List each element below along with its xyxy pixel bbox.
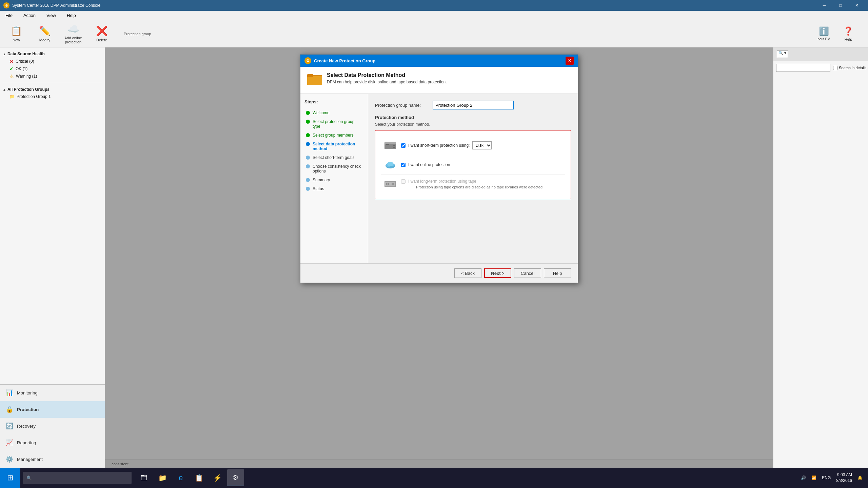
menu-file[interactable]: File (3, 12, 15, 19)
tape-check-label: I want long-term protection using tape (401, 179, 544, 184)
help-button[interactable]: Help (544, 268, 571, 278)
next-button[interactable]: Next > (484, 268, 511, 278)
sidebar-item-ok[interactable]: ✔ OK (1) (3, 65, 102, 73)
menu-bar: File Action View Help (0, 11, 868, 20)
tape-option-container: I want long-term protection using tape P… (401, 179, 544, 189)
search-input[interactable] (776, 64, 830, 72)
toolbar-help-label: Help (845, 37, 852, 41)
ok-label: OK (1) (16, 66, 27, 71)
back-button[interactable]: < Back (454, 268, 481, 278)
taskbar-search-icon: 🔍 (26, 475, 32, 481)
start-button[interactable]: ⊞ (0, 468, 20, 488)
tree-section-groups: ▲ All Protection Groups 📁 Protection Gro… (3, 86, 102, 100)
nav-bottom: 📊 Monitoring 🔒 Protection 🔄 Recovery 📈 R… (0, 384, 105, 468)
taskbar-time: 9:03 AM (836, 472, 852, 478)
step-consistency-check[interactable]: Choose consistency check options (304, 162, 364, 176)
sidebar-tree: ▲ Data Source Health ⊗ Critical (0) ✔ OK… (0, 47, 105, 384)
online-check-label: I want online protection (401, 162, 450, 167)
protection-method-section: Protection method Select your protection… (375, 115, 571, 199)
taskbar-volume-icon[interactable]: 🔊 (801, 475, 806, 480)
nav-label-management: Management (17, 457, 43, 462)
disk-type-dropdown[interactable]: Disk Tape (472, 141, 492, 149)
dialog-title-icon: ⚙ (304, 57, 311, 64)
sidebar-item-warning[interactable]: ⚠ Warning (1) (3, 73, 102, 80)
minimize-button[interactable]: ─ (816, 0, 832, 11)
tree-header-health[interactable]: ▲ Data Source Health (3, 50, 102, 58)
app-icon: ⚙ (3, 2, 9, 8)
toolbar-add-online-label: Add online protection (64, 36, 82, 44)
svg-rect-19 (388, 184, 393, 184)
taskbar-app-file-explorer[interactable]: 📁 (154, 469, 171, 486)
toolbar-modify-label: Modify (39, 38, 50, 42)
toolbar-modify-button[interactable]: ✏️ Modify (31, 22, 58, 46)
step-select-method[interactable]: Select data protection method (304, 140, 364, 153)
toolbar-help-button[interactable]: ❓ Help (838, 22, 859, 46)
tape-checkbox[interactable] (401, 179, 406, 184)
taskbar: ⊞ 🔍 🗔 📁 e 📋 ⚡ ⚙ 🔊 📶 ENG 9:03 AM 8/3/2016… (0, 468, 868, 488)
toolbar-add-online-button[interactable]: ☁️ Add online protection (60, 22, 87, 46)
menu-view[interactable]: View (44, 12, 59, 19)
step-label-welcome: Welcome (313, 110, 330, 115)
step-status[interactable]: Status (304, 184, 364, 193)
taskbar-search[interactable]: 🔍 (23, 472, 132, 484)
nav-item-management[interactable]: ⚙️ Management (0, 451, 105, 468)
tape-note: Protection using tape options are disabl… (401, 185, 544, 189)
toolbar-info-button[interactable]: ℹ️ bout PM (814, 22, 834, 46)
taskbar-app-terminal[interactable]: ⚡ (209, 469, 226, 486)
step-welcome[interactable]: Welcome (304, 108, 364, 117)
online-checkbox[interactable] (401, 163, 406, 167)
dialog-header-text: Select Data Protection Method DPM can he… (327, 72, 447, 84)
step-select-members[interactable]: Select group members (304, 131, 364, 140)
tree-header-groups[interactable]: ▲ All Protection Groups (3, 86, 102, 93)
menu-action[interactable]: Action (21, 12, 38, 19)
taskbar-app-task-view[interactable]: 🗔 (136, 469, 153, 486)
step-label-consistency: Choose consistency check options (313, 164, 362, 174)
nav-item-recovery[interactable]: 🔄 Recovery (0, 418, 105, 434)
taskbar-app-notes[interactable]: 📋 (191, 469, 208, 486)
step-bullet-summary (306, 178, 310, 182)
toolbar-info-label: bout PM (817, 37, 830, 41)
taskbar-clock[interactable]: 9:03 AM 8/3/2016 (836, 472, 852, 484)
taskbar-app-dpm[interactable]: ⚙ (227, 469, 244, 486)
step-select-type[interactable]: Select protection group type (304, 117, 364, 131)
close-button[interactable]: ✕ (849, 0, 865, 11)
dialog-footer: < Back Next > Cancel Help (300, 263, 578, 283)
menu-help[interactable]: Help (64, 12, 79, 19)
step-bullet-welcome (306, 111, 310, 115)
svg-point-6 (393, 146, 395, 147)
disk-checkbox[interactable] (401, 143, 406, 148)
nav-item-protection[interactable]: 🔒 Protection (0, 401, 105, 418)
toolbar-new-button[interactable]: 📋 New (3, 22, 30, 46)
maximize-button[interactable]: □ (833, 0, 848, 11)
step-label-status: Status (313, 186, 324, 191)
tape-option-label: I want long-term protection using tape (408, 179, 476, 184)
step-label-summary: Summary (313, 178, 330, 182)
group-name-input[interactable] (433, 101, 514, 109)
toolbar-delete-button[interactable]: ❌ Delete (88, 22, 115, 46)
taskbar-notification-icon[interactable]: 🔔 (857, 475, 863, 480)
warning-label: Warning (1) (16, 74, 37, 79)
nav-item-reporting[interactable]: 📈 Reporting (0, 434, 105, 451)
dialog-close-button[interactable]: ✕ (566, 57, 574, 65)
protection-options-box: I want short-term protection using: Disk… (375, 130, 571, 199)
protection-option-tape: I want long-term protection using tape P… (381, 175, 565, 194)
taskbar-network-icon[interactable]: 📶 (811, 475, 816, 480)
cancel-button[interactable]: Cancel (514, 268, 541, 278)
step-short-term-goals[interactable]: Select short-term goals (304, 153, 364, 162)
toolbar: 📋 New ✏️ Modify ☁️ Add online protection… (0, 20, 868, 47)
delete-icon: ❌ (96, 25, 108, 37)
window-controls: ─ □ ✕ (816, 0, 865, 11)
section-title: Protection method (375, 115, 571, 120)
taskbar-app-browser[interactable]: e (172, 469, 189, 486)
step-bullet-status (306, 187, 310, 191)
step-summary[interactable]: Summary (304, 176, 364, 184)
nav-item-monitoring[interactable]: 📊 Monitoring (0, 385, 105, 401)
search-details-checkbox[interactable] (833, 66, 837, 70)
sidebar-item-pg1[interactable]: 📁 Protection Group 1 (3, 93, 102, 100)
search-dropdown-right[interactable]: 🔍 ▾ (777, 50, 788, 58)
dialog-title-bar: ⚙ Create New Protection Group ✕ (300, 55, 578, 67)
tree-label-health: Data Source Health (7, 52, 45, 56)
recovery-icon: 🔄 (5, 422, 14, 430)
toolbar-delete-label: Delete (96, 38, 107, 42)
sidebar-item-critical[interactable]: ⊗ Critical (0) (3, 58, 102, 65)
